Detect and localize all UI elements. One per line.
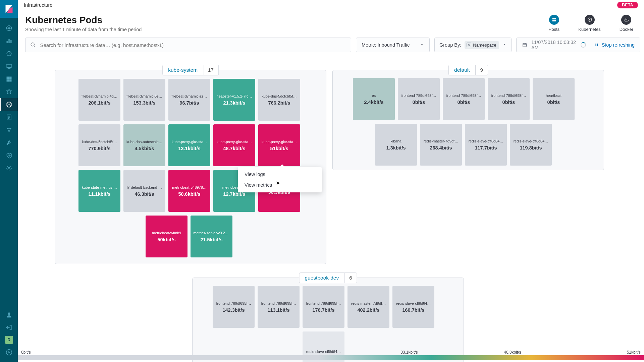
nav-infrastructure[interactable] (0, 98, 18, 111)
pod-tile[interactable]: filebeat-dynamic-zz…96.7bit/s (168, 79, 210, 121)
legend-gradient (18, 355, 644, 360)
pod-tile[interactable]: kube-dns-5dcfcbf5f…766.2bit/s (258, 79, 300, 121)
group-count: 17 (203, 65, 218, 75)
group-name: kube-system (163, 65, 203, 75)
time-picker[interactable]: 11/07/2018 10:03:32 AM Stop refreshing (516, 38, 640, 52)
nav-visualize[interactable] (0, 35, 18, 47)
group-name: default (449, 65, 476, 75)
pod-tile[interactable]: redis-master-7d9df…268.4bit/s (420, 124, 462, 166)
chevron-down-icon (502, 42, 506, 48)
pod-tile[interactable]: redis-slave-cff8d64…119.8bit/s (510, 124, 552, 166)
pod-tile[interactable]: es2.4kbit/s (353, 78, 395, 120)
pod-tile[interactable]: kube-state-metrics-…11.1kbit/s (78, 170, 120, 212)
nav-logout[interactable] (0, 321, 18, 334)
context-view-logs[interactable]: View logs (238, 169, 322, 180)
pod-tile[interactable]: metrics-server-v0.2.…21.5kbit/s (191, 216, 232, 257)
group-label-kube-system[interactable]: kube-system 17 (162, 65, 219, 75)
nav-devtools[interactable] (0, 136, 18, 149)
pod-tile[interactable]: filebeat-dynamic-4g…206.1bit/s (78, 79, 120, 121)
kibana-logo[interactable] (0, 0, 18, 18)
svg-rect-17 (552, 20, 556, 21)
close-icon[interactable]: ✕ (467, 43, 471, 47)
nav-graph[interactable] (0, 124, 18, 136)
nav-monitoring[interactable] (0, 149, 18, 162)
search-box[interactable] (25, 38, 351, 52)
chevron-down-icon (420, 42, 424, 48)
search-icon (30, 42, 36, 48)
pod-tile[interactable]: metricbeat-wfmk950kbit/s (146, 216, 187, 257)
context-menu: View logs View metrics (238, 167, 322, 192)
groupby-pill[interactable]: ✕ Namespace (465, 41, 499, 49)
nav-apm[interactable] (0, 85, 18, 98)
nav-ml[interactable] (0, 73, 18, 85)
divider (590, 41, 590, 49)
pod-tile[interactable]: l7-default-backend-…46.3bit/s (123, 170, 165, 212)
pod-tile[interactable]: frontend-789df695f…176.7bit/s (303, 286, 344, 328)
pod-tile[interactable]: kube-proxy-gke-sta…48.7kbit/s (213, 124, 255, 166)
nav-dashboard[interactable] (0, 47, 18, 60)
side-nav: D (0, 0, 18, 362)
pod-tile[interactable]: frontend-789df695f…142.3bit/s (213, 286, 255, 328)
beta-badge: BETA (617, 2, 638, 8)
pod-tile[interactable]: frontend-789df695f…0bit/s (443, 78, 485, 120)
pod-tile[interactable]: redis-slave-cff8d64…117.7bit/s (465, 124, 507, 166)
group-label-guestbook[interactable]: guestbook-dev 6 (299, 273, 357, 283)
storage-icon (549, 15, 559, 25)
waffle-link-hosts[interactable]: Hosts (548, 15, 559, 32)
pod-tile[interactable]: frontend-789df695f…113.1bit/s (258, 286, 300, 328)
svg-rect-7 (6, 79, 9, 82)
pod-tile[interactable]: redis-slave-cff8d64…160.7bit/s (392, 286, 434, 328)
groupby-select[interactable]: Group By: ✕ Namespace (434, 38, 512, 52)
svg-rect-8 (9, 79, 11, 82)
waffle-link-kubernetes-label: Kubernetes (578, 27, 601, 32)
nav-collapse[interactable] (0, 346, 18, 359)
pod-tile[interactable]: kube-proxy-gke-sta…51kbit/s (258, 124, 300, 166)
nav-logs[interactable] (0, 111, 18, 124)
breadcrumb-row: Infrastructure BETA (18, 0, 644, 10)
pod-tile[interactable]: kube-dns-5dcfcbf5f…770.9bit/s (78, 124, 120, 166)
pod-tile[interactable]: redis-master-7d9df…402.2bit/s (347, 286, 389, 328)
waffle-link-kubernetes[interactable]: Kubernetes (578, 15, 601, 32)
group-label-default[interactable]: default 9 (448, 65, 488, 75)
nav-discover[interactable] (0, 22, 18, 35)
legend-mid2: 40.8kbit/s (504, 350, 521, 355)
context-view-metrics[interactable]: View metrics (238, 180, 322, 190)
waffle-link-docker-label: Docker (620, 27, 633, 32)
svg-rect-26 (597, 44, 598, 46)
svg-point-14 (8, 312, 10, 315)
svg-rect-25 (595, 44, 596, 46)
pod-tile[interactable]: frontend-789df695f…0bit/s (488, 78, 530, 120)
pod-tile[interactable]: kibana1.3kbit/s (375, 124, 417, 166)
search-input[interactable] (40, 42, 346, 48)
pod-tile[interactable]: filebeat-dynamic-5s…153.3bit/s (123, 79, 165, 121)
groupby-pill-label: Namespace (473, 43, 496, 48)
svg-rect-2 (8, 39, 9, 43)
pod-tile[interactable]: frontend-789df695f…0bit/s (398, 78, 440, 120)
legend-min: 0bit/s (21, 350, 31, 355)
nav-management[interactable] (0, 162, 18, 175)
kubernetes-icon (585, 15, 595, 25)
groupby-label: Group By: (439, 42, 461, 48)
pod-tile[interactable]: kube-proxy-gke-sta…13.1kbit/s (168, 124, 210, 166)
svg-rect-5 (6, 77, 9, 79)
pod-tile[interactable]: kube-dns-autoscale…4.5kbit/s (123, 124, 165, 166)
breadcrumb[interactable]: Infrastructure (24, 2, 52, 8)
pause-icon (594, 43, 599, 47)
group-default: default 9 es2.4kbit/s frontend-789df695f… (332, 70, 604, 170)
metric-label: Metric: Inbound Traffic (362, 42, 410, 48)
svg-rect-16 (552, 18, 556, 19)
pod-tile[interactable]: heapster-v1.5.2-7fc…21.3kbit/s (213, 79, 255, 121)
waffle-link-docker[interactable]: Docker (620, 15, 633, 32)
metric-select[interactable]: Metric: Inbound Traffic (356, 38, 430, 52)
svg-point-13 (8, 168, 10, 169)
stop-refreshing-button[interactable]: Stop refreshing (594, 42, 635, 48)
nav-canvas[interactable] (0, 60, 18, 73)
pod-tile[interactable]: heartbeat0bit/s (533, 78, 575, 120)
pod-tile[interactable]: metricbeat-548978…50.6kbit/s (168, 170, 210, 212)
nav-user[interactable] (0, 308, 18, 321)
calendar-icon (522, 42, 527, 48)
group-count: 6 (344, 273, 357, 283)
group-count: 9 (476, 65, 488, 75)
nav-space-badge[interactable]: D (5, 336, 13, 344)
loading-spinner-icon (581, 42, 586, 48)
